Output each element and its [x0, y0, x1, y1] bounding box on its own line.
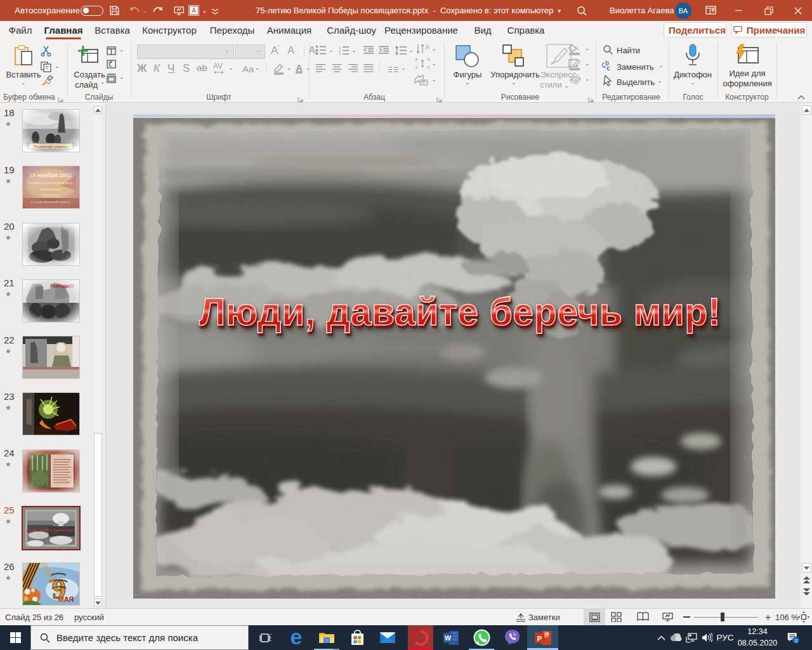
- svg-text:3: 3: [339, 53, 341, 56]
- svg-text:2: 2: [794, 638, 797, 644]
- svg-text:c: c: [606, 65, 610, 71]
- svg-text:AV: AV: [213, 62, 223, 70]
- svg-text:A: A: [192, 7, 196, 14]
- svg-text:А: А: [425, 43, 430, 51]
- svg-text:W: W: [445, 634, 452, 642]
- svg-text:Люди, давайте беречь мир!: Люди, давайте беречь мир!: [27, 528, 75, 532]
- svg-text:P: P: [537, 634, 542, 642]
